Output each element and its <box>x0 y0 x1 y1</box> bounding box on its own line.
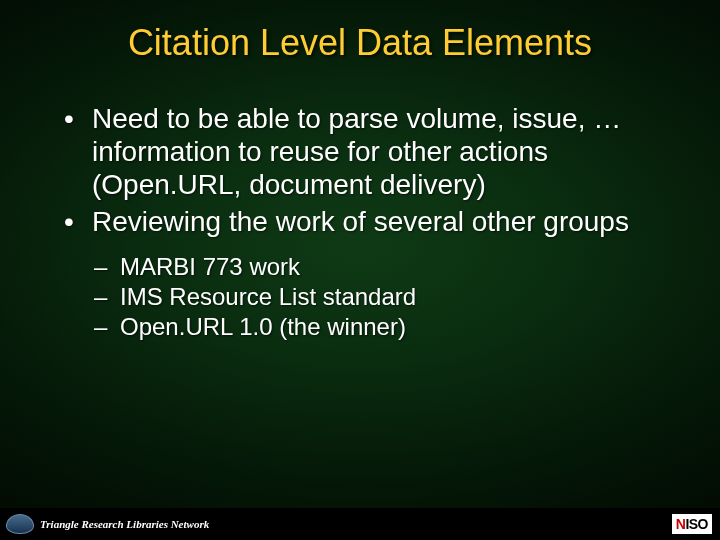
slide-footer: Triangle Research Libraries Network NISO <box>0 508 720 540</box>
footer-org-text: Triangle Research Libraries Network <box>40 518 209 530</box>
slide: Citation Level Data Elements Need to be … <box>0 0 720 540</box>
bullet-list: Need to be able to parse volume, issue, … <box>58 102 672 342</box>
footer-left: Triangle Research Libraries Network <box>6 514 209 534</box>
sub-bullet-list: MARBI 773 work IMS Resource List standar… <box>94 252 672 342</box>
sub-bullet-item: IMS Resource List standard <box>94 282 672 312</box>
sub-bullet-item: MARBI 773 work <box>94 252 672 282</box>
slide-body: Need to be able to parse volume, issue, … <box>0 74 720 342</box>
sub-bullet-item: Open.URL 1.0 (the winner) <box>94 312 672 342</box>
bullet-text: Reviewing the work of several other grou… <box>92 206 629 237</box>
trln-logo-icon <box>6 514 34 534</box>
slide-title: Citation Level Data Elements <box>0 0 720 74</box>
niso-logo-icon: NISO <box>672 514 712 534</box>
niso-n-letter: N <box>676 516 686 532</box>
bullet-item: Reviewing the work of several other grou… <box>58 205 672 342</box>
bullet-item: Need to be able to parse volume, issue, … <box>58 102 672 201</box>
niso-iso-letters: ISO <box>685 516 708 532</box>
